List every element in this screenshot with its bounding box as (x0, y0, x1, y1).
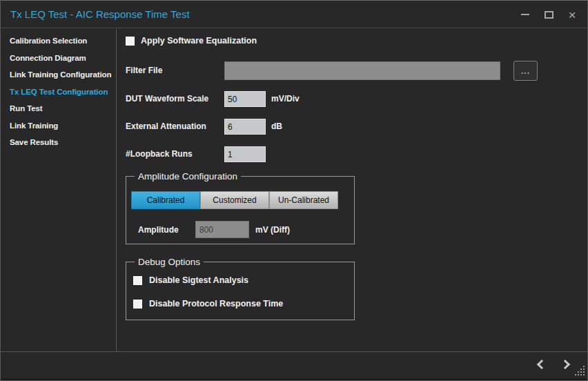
loopback-runs-label: #Loopback Runs (126, 146, 193, 162)
un-calibrated-button[interactable]: Un-Calibrated (269, 191, 338, 209)
sidebar-item-connection-diagram[interactable]: Connection Diagram (1, 50, 116, 67)
dialog-window: Tx LEQ Test - AIC Response Time Test × C… (0, 0, 588, 381)
loopback-runs-input[interactable] (224, 146, 266, 162)
amplitude-mode-buttons: Calibrated Customized Un-Calibrated (131, 191, 354, 209)
apply-software-equalization-label: Apply Software Equalization (141, 36, 257, 46)
minimize-button[interactable] (518, 8, 532, 21)
window-title: Tx LEQ Test - AIC Response Time Test (10, 1, 190, 28)
disable-protocol-response-time-checkbox[interactable] (133, 300, 142, 309)
debug-options-group: Debug Options Disable Sigtest Analysis D… (126, 257, 355, 320)
amplitude-input[interactable] (195, 221, 249, 238)
chevron-right-icon (560, 360, 570, 369)
close-icon: × (568, 8, 576, 21)
maximize-icon (545, 11, 553, 19)
next-page-button[interactable] (558, 359, 571, 371)
disable-sigtest-analysis-row: Disable Sigtest Analysis (133, 275, 354, 285)
main-panel: Apply Software Equalization Filter File … (117, 29, 587, 351)
resize-grip-icon[interactable] (575, 366, 586, 377)
amplitude-configuration-title: Amplitude Configuration (135, 171, 241, 182)
disable-sigtest-analysis-label: Disable Sigtest Analysis (149, 275, 248, 285)
browse-button[interactable]: ... (513, 61, 538, 81)
footer-bar (1, 351, 587, 380)
apply-software-equalization-checkbox[interactable] (126, 37, 135, 46)
maximize-button[interactable] (542, 8, 556, 21)
filter-file-label: Filter File (126, 61, 162, 80)
amplitude-configuration-group: Amplitude Configuration Calibrated Custo… (126, 171, 355, 244)
disable-protocol-response-time-row: Disable Protocol Response Time (133, 299, 354, 309)
calibrated-button[interactable]: Calibrated (131, 191, 200, 209)
filter-file-input[interactable] (224, 61, 500, 80)
previous-page-button[interactable] (535, 359, 547, 371)
close-button[interactable]: × (565, 8, 579, 21)
chevron-left-icon (537, 360, 547, 369)
external-attenuation-input[interactable] (224, 119, 266, 135)
external-attenuation-unit: dB (271, 119, 282, 135)
sidebar-item-save-results[interactable]: Save Results (1, 134, 116, 151)
title-bar: Tx LEQ Test - AIC Response Time Test × (1, 1, 587, 28)
sidebar-item-run-test[interactable]: Run Test (1, 100, 116, 117)
sidebar-item-link-training[interactable]: Link Training (1, 117, 116, 135)
dut-waveform-scale-unit: mV/Div (271, 91, 300, 107)
amplitude-unit: mV (Diff) (255, 225, 290, 235)
amplitude-row: Amplitude mV (Diff) (131, 221, 354, 238)
sidebar-item-link-training-configuration[interactable]: Link Training Configuration (1, 66, 116, 84)
page-navigation (535, 359, 571, 371)
dut-waveform-scale-label: DUT Waveform Scale (126, 91, 208, 107)
disable-protocol-response-time-label: Disable Protocol Response Time (149, 299, 283, 309)
sidebar-item-tx-leq-test-configuration[interactable]: Tx LEQ Test Configuration (1, 84, 116, 101)
sidebar-item-calibration-selection[interactable]: Calibration Selection (1, 32, 116, 50)
window-controls: × (518, 1, 579, 28)
customized-button[interactable]: Customized (200, 191, 269, 209)
sidebar-nav: Calibration Selection Connection Diagram… (1, 29, 117, 351)
amplitude-label: Amplitude (131, 225, 195, 235)
minimize-icon (521, 14, 529, 15)
disable-sigtest-analysis-checkbox[interactable] (133, 276, 142, 285)
apply-software-equalization-row: Apply Software Equalization (126, 36, 257, 46)
dut-waveform-scale-input[interactable] (224, 91, 266, 107)
external-attenuation-label: External Attenuation (126, 119, 206, 135)
debug-options-title: Debug Options (135, 257, 204, 267)
